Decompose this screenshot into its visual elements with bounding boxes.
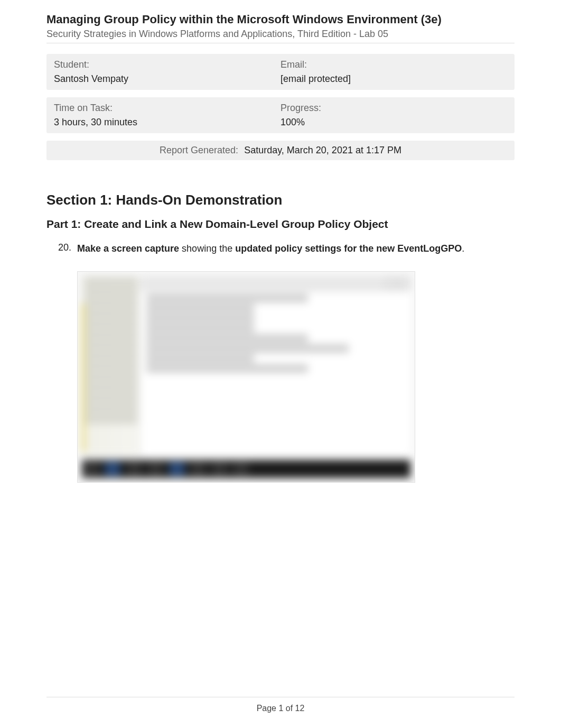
page-footer: Page 1 of 12 bbox=[46, 697, 515, 713]
embedded-screenshot bbox=[77, 271, 415, 483]
instruction-text: Make a screen capture showing the update… bbox=[77, 242, 464, 255]
page-number: Page 1 of 12 bbox=[46, 704, 515, 713]
progress-value: 100% bbox=[280, 117, 507, 128]
time-label: Time on Task: bbox=[54, 103, 280, 114]
email-value: [email protected] bbox=[280, 73, 507, 85]
section-title: Section 1: Hands-On Demonstration bbox=[46, 192, 515, 208]
footer-divider bbox=[46, 697, 515, 697]
instruction-bold-1: Make a screen capture bbox=[77, 243, 179, 254]
instruction-row: 20. Make a screen capture showing the up… bbox=[58, 242, 515, 255]
instruction-number: 20. bbox=[58, 242, 77, 255]
instruction-end: . bbox=[462, 243, 464, 254]
instruction-mid: showing the bbox=[179, 243, 235, 254]
header-divider bbox=[46, 43, 515, 43]
time-progress-block: Time on Task: 3 hours, 30 minutes Progre… bbox=[46, 97, 515, 133]
student-value: Santosh Vempaty bbox=[54, 73, 280, 85]
document-subtitle: Security Strategies in Windows Platforms… bbox=[46, 29, 515, 40]
progress-label: Progress: bbox=[280, 103, 507, 114]
instruction-bold-2: updated policy settings for the new Even… bbox=[235, 243, 462, 254]
student-email-block: Student: Santosh Vempaty Email: [email p… bbox=[46, 54, 515, 90]
time-value: 3 hours, 30 minutes bbox=[54, 117, 280, 128]
report-value: Saturday, March 20, 2021 at 1:17 PM bbox=[244, 145, 401, 155]
document-title: Managing Group Policy within the Microso… bbox=[46, 13, 515, 26]
student-label: Student: bbox=[54, 59, 280, 70]
part-title: Part 1: Create and Link a New Domain-Lev… bbox=[46, 218, 515, 231]
report-label: Report Generated: bbox=[160, 145, 238, 155]
report-generated-block: Report Generated: Saturday, March 20, 20… bbox=[46, 141, 515, 160]
email-label: Email: bbox=[280, 59, 507, 70]
